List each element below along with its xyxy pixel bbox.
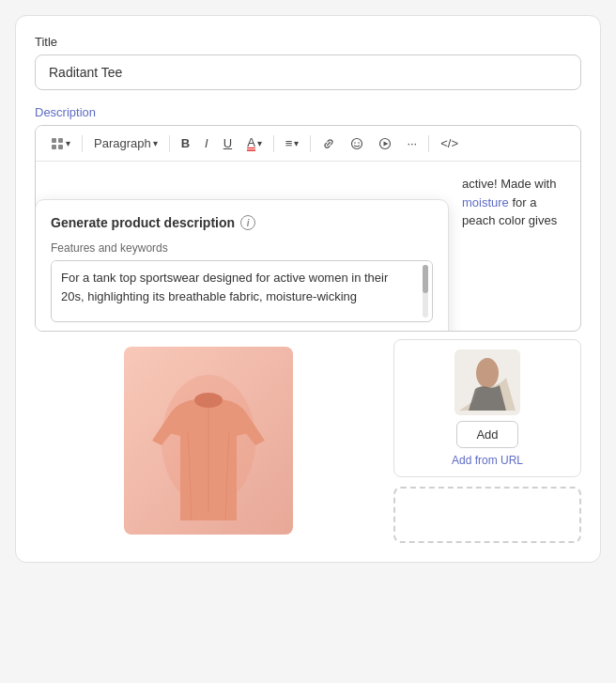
right-panel: Add Add from URL xyxy=(393,339,581,543)
scrollbar-track xyxy=(423,265,428,318)
features-textarea[interactable]: For a tank top sportswear designed for a… xyxy=(52,261,432,318)
toolbar-divider-1 xyxy=(82,135,83,152)
title-input[interactable] xyxy=(35,54,581,90)
features-textarea-wrapper: For a tank top sportswear designed for a… xyxy=(51,260,433,322)
features-label: Features and keywords xyxy=(51,241,433,255)
svg-rect-0 xyxy=(52,138,56,143)
thumb-img xyxy=(454,349,520,415)
textarea-scrollbar xyxy=(421,265,430,318)
toolbar-divider-3 xyxy=(273,135,274,152)
link-btn[interactable] xyxy=(316,133,341,154)
toolbar-divider-2 xyxy=(169,135,170,152)
code-btn[interactable]: </> xyxy=(435,132,464,154)
svg-rect-3 xyxy=(58,145,63,149)
product-image-area xyxy=(35,339,382,543)
product-image xyxy=(124,347,293,535)
page-wrapper: Title Description ▾ Paragraph ▾ B I U A … xyxy=(15,15,601,563)
color-label: A xyxy=(247,135,255,151)
editor-right-content: active! Made with moisture for aactive! … xyxy=(449,162,580,331)
paragraph-arrow: ▾ xyxy=(153,138,158,148)
editor-body: Generate product description i Features … xyxy=(36,162,580,331)
svg-rect-2 xyxy=(52,145,56,149)
svg-marker-8 xyxy=(384,141,389,146)
bottom-section: Add Add from URL xyxy=(35,339,581,543)
align-arrow: ▾ xyxy=(294,138,299,148)
description-label: Description xyxy=(35,105,581,119)
svg-point-5 xyxy=(355,142,357,144)
gen-panel: Generate product description i Features … xyxy=(35,199,449,332)
shirt-svg xyxy=(124,347,293,535)
title-label: Title xyxy=(35,35,581,49)
svg-point-11 xyxy=(194,393,223,408)
add-from-url-btn[interactable]: Add from URL xyxy=(452,454,523,467)
scrollbar-thumb xyxy=(423,265,428,293)
add-image-thumb xyxy=(454,349,520,415)
align-icon: ≡ xyxy=(285,136,293,150)
editor-wrapper: ▾ Paragraph ▾ B I U A ▾ ≡ ▾ xyxy=(35,125,581,332)
underline-btn[interactable]: U xyxy=(218,132,238,154)
add-url-box xyxy=(393,487,581,543)
plugin-arrow: ▾ xyxy=(66,138,70,148)
svg-point-6 xyxy=(359,142,361,144)
align-btn[interactable]: ≡ ▾ xyxy=(280,132,305,154)
add-image-box: Add Add from URL xyxy=(393,339,581,477)
bold-btn[interactable]: B xyxy=(176,132,195,154)
toolbar-divider-5 xyxy=(428,135,429,152)
svg-point-4 xyxy=(352,138,362,148)
emoji-btn[interactable] xyxy=(345,133,369,154)
toolbar-plugin-btn[interactable]: ▾ xyxy=(45,133,76,154)
paragraph-selector[interactable]: Paragraph ▾ xyxy=(88,132,163,154)
toolbar-divider-4 xyxy=(310,135,311,152)
color-arrow: ▾ xyxy=(257,138,262,148)
info-icon: i xyxy=(240,215,255,230)
svg-point-14 xyxy=(476,358,499,388)
media-btn[interactable] xyxy=(373,133,397,154)
more-btn[interactable]: ··· xyxy=(401,132,423,154)
italic-btn[interactable]: I xyxy=(199,132,214,154)
add-btn[interactable]: Add xyxy=(456,421,517,448)
editor-left: Generate product description i Features … xyxy=(36,162,449,331)
editor-toolbar: ▾ Paragraph ▾ B I U A ▾ ≡ ▾ xyxy=(36,126,580,162)
color-btn[interactable]: A ▾ xyxy=(241,132,268,155)
svg-rect-1 xyxy=(58,138,63,143)
gen-title: Generate product description i xyxy=(51,215,433,230)
